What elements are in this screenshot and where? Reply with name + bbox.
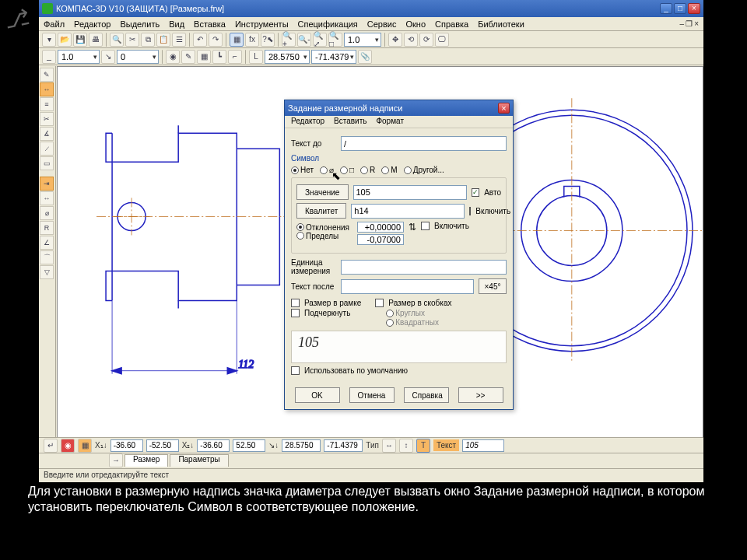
- ht-dim-icon[interactable]: ▽: [40, 265, 54, 279]
- move-icon[interactable]: ✥: [388, 33, 402, 47]
- menu-help[interactable]: Справка: [435, 19, 468, 29]
- limits-radio[interactable]: Пределы: [296, 232, 338, 240]
- symbol-other-radio[interactable]: Другой...: [404, 166, 444, 174]
- x1-field[interactable]: -36.60: [110, 439, 143, 452]
- redo-icon[interactable]: ↷: [209, 33, 223, 47]
- type1-icon[interactable]: ↔: [382, 439, 396, 453]
- tab-size[interactable]: Размер: [124, 454, 168, 467]
- brackets-checkbox[interactable]: [375, 299, 384, 307]
- deviations-radio[interactable]: Отклонения: [296, 223, 349, 232]
- text-before-input[interactable]: [341, 136, 507, 151]
- dev-minus-input[interactable]: [357, 234, 404, 245]
- ok-button[interactable]: OK: [295, 387, 340, 403]
- edit-icon[interactable]: ✂: [40, 112, 54, 126]
- grid-icon[interactable]: ▦: [197, 50, 211, 64]
- arc-dim-icon[interactable]: ⌒: [40, 250, 54, 264]
- regen-icon[interactable]: ⟳: [419, 33, 433, 47]
- minimize-button[interactable]: _: [660, 3, 672, 14]
- rad-dim-icon[interactable]: R: [40, 221, 54, 235]
- mdi-close[interactable]: ×: [694, 19, 699, 28]
- snap-end-icon[interactable]: ◉: [166, 50, 180, 64]
- apply-icon[interactable]: ↵: [44, 439, 58, 453]
- value-button[interactable]: Значение: [296, 184, 349, 200]
- symbol-r-radio[interactable]: R: [360, 166, 375, 174]
- value-input[interactable]: [353, 185, 467, 200]
- ang-dim-icon[interactable]: ∠: [40, 236, 54, 250]
- notes-icon[interactable]: ≡: [40, 97, 54, 111]
- x45-button[interactable]: ×45°: [479, 278, 507, 294]
- underline-checkbox[interactable]: [291, 309, 300, 317]
- print-icon[interactable]: 🖶: [89, 33, 103, 47]
- cut-icon[interactable]: ✂: [125, 33, 139, 47]
- more-button[interactable]: >>: [458, 387, 503, 403]
- copy-icon[interactable]: ⧉: [141, 33, 155, 47]
- symbol-m-radio[interactable]: M: [381, 166, 397, 174]
- menu-select[interactable]: Выделить: [120, 19, 160, 29]
- ry-field[interactable]: -71.4379: [324, 439, 363, 452]
- screen-icon[interactable]: 🖵: [435, 33, 449, 47]
- y2-field[interactable]: 52.50: [233, 439, 265, 452]
- zoom-combo[interactable]: 1.0: [344, 33, 381, 47]
- symbol-square-radio[interactable]: □: [340, 166, 354, 174]
- scale-combo[interactable]: 1.0: [58, 50, 100, 64]
- dims-icon[interactable]: ↔: [40, 82, 54, 96]
- zoom-out-icon[interactable]: 🔍-: [297, 33, 311, 47]
- save-icon[interactable]: 💾: [73, 33, 87, 47]
- dev-plus-input[interactable]: [357, 222, 404, 233]
- zoom-win-icon[interactable]: 🔍□: [328, 33, 342, 47]
- paste-icon[interactable]: 📋: [156, 33, 170, 47]
- help-button[interactable]: Справка: [404, 387, 449, 403]
- cur-style-arrow-icon[interactable]: ↘: [101, 50, 115, 64]
- cancel-button[interactable]: Отмена: [349, 387, 395, 403]
- zoom-in-icon[interactable]: 🔍+: [282, 33, 296, 47]
- mdi-restore[interactable]: ❐: [686, 19, 693, 28]
- zoom-fit-icon[interactable]: 🔍⤢: [313, 33, 327, 47]
- attach-icon[interactable]: 📎: [358, 50, 372, 64]
- frame-checkbox[interactable]: [291, 299, 300, 307]
- param-icon[interactable]: ∡: [40, 127, 54, 141]
- type3-icon[interactable]: T: [416, 439, 430, 453]
- mdi-min[interactable]: –: [680, 19, 685, 28]
- rotate-icon[interactable]: ⟲: [404, 33, 418, 47]
- lcs-icon[interactable]: ⌐: [228, 50, 242, 64]
- dlg-menu-format[interactable]: Формат: [376, 117, 404, 127]
- default-checkbox[interactable]: [291, 366, 300, 375]
- dev-include-checkbox[interactable]: [421, 222, 430, 230]
- auto-icon[interactable]: ▦: [78, 439, 92, 453]
- geom-icon[interactable]: ✎: [40, 68, 54, 82]
- lin-dim-icon[interactable]: ↔: [40, 191, 54, 205]
- pin-icon[interactable]: →: [109, 453, 123, 467]
- snap-mid-icon[interactable]: ✎: [181, 50, 195, 64]
- dlg-menu-editor[interactable]: Редактор: [291, 117, 324, 127]
- auto-dim-icon[interactable]: ⇥: [40, 177, 54, 191]
- step-combo[interactable]: 0: [117, 50, 159, 64]
- close-button[interactable]: ×: [688, 3, 700, 14]
- y1-field[interactable]: -52.50: [146, 439, 179, 452]
- qualitet-input[interactable]: [351, 204, 465, 219]
- rx-field[interactable]: 28.5750: [282, 439, 321, 452]
- sel-icon[interactable]: ▭: [40, 156, 54, 170]
- qualitet-button[interactable]: Квалитет: [296, 203, 346, 219]
- menu-insert[interactable]: Вставка: [194, 19, 226, 29]
- qual-include-checkbox[interactable]: [469, 207, 471, 215]
- stop-icon[interactable]: ◉: [61, 439, 75, 453]
- vars-icon[interactable]: fx: [245, 33, 259, 47]
- dialog-close-button[interactable]: ×: [498, 103, 510, 114]
- menu-file[interactable]: Файл: [44, 19, 65, 29]
- meas-icon[interactable]: ⟋: [40, 142, 54, 156]
- menu-spec[interactable]: Спецификация: [298, 19, 358, 29]
- undo-icon[interactable]: ↶: [193, 33, 207, 47]
- symbol-none-radio[interactable]: Нет: [291, 166, 314, 174]
- prop-icon[interactable]: ☰: [172, 33, 186, 47]
- dlg-menu-insert[interactable]: Вставить: [334, 117, 366, 127]
- diam-dim-icon[interactable]: ⌀: [40, 206, 54, 220]
- menu-editor[interactable]: Редактор: [74, 19, 110, 29]
- menu-window[interactable]: Окно: [405, 19, 426, 29]
- symbol-diam-radio[interactable]: ⌀: [320, 166, 334, 174]
- unit-input[interactable]: [341, 260, 507, 275]
- cur-style-icon[interactable]: ⎯: [42, 50, 56, 64]
- updown-icon[interactable]: ⇅: [409, 222, 416, 233]
- ucs-icon[interactable]: L: [249, 50, 263, 64]
- menu-service[interactable]: Сервис: [367, 19, 397, 29]
- dialog-titlebar[interactable]: Задание размерной надписи ×: [285, 100, 513, 116]
